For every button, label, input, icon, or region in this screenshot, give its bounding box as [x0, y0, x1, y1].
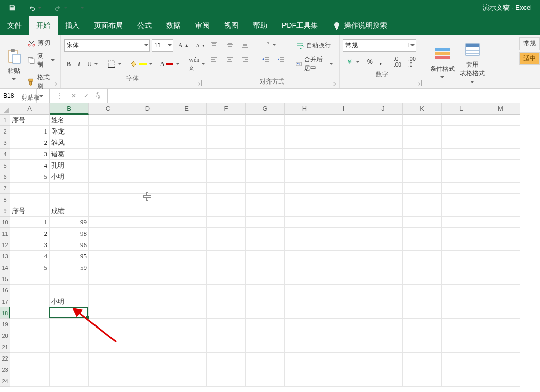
cell[interactable]: 1	[10, 126, 50, 137]
cell[interactable]	[442, 194, 481, 205]
cell[interactable]	[246, 137, 285, 149]
cell[interactable]	[285, 228, 324, 239]
cell[interactable]	[89, 273, 128, 285]
cell[interactable]	[10, 330, 50, 341]
cell[interactable]	[10, 194, 50, 205]
cell[interactable]	[50, 183, 89, 194]
fill-color-button[interactable]	[126, 58, 155, 70]
cell[interactable]: 5	[10, 171, 50, 183]
cell[interactable]	[50, 341, 89, 353]
cell[interactable]: 95	[50, 251, 89, 262]
increase-font-icon[interactable]: A▲	[176, 40, 192, 51]
cell[interactable]	[207, 285, 246, 296]
cell[interactable]	[128, 126, 167, 137]
column-header[interactable]: M	[481, 103, 520, 115]
cell[interactable]	[403, 364, 442, 375]
cell[interactable]	[481, 341, 520, 353]
row-header[interactable]: 18	[0, 307, 10, 319]
cell[interactable]	[128, 307, 167, 319]
cell[interactable]	[89, 262, 128, 273]
tab-review[interactable]: 审阅	[188, 16, 217, 35]
row-header[interactable]: 11	[0, 228, 10, 239]
cell[interactable]	[246, 171, 285, 183]
cell[interactable]: 2	[10, 137, 50, 149]
cell[interactable]	[481, 149, 520, 160]
cell[interactable]	[167, 251, 207, 262]
cell[interactable]	[324, 194, 363, 205]
column-header[interactable]: F	[207, 103, 246, 115]
cell[interactable]	[481, 183, 520, 194]
cell[interactable]	[363, 160, 403, 171]
cell[interactable]	[481, 375, 520, 387]
italic-button[interactable]: I	[75, 59, 83, 70]
cell[interactable]	[324, 353, 363, 364]
cell[interactable]	[324, 307, 363, 319]
cell[interactable]	[324, 364, 363, 375]
cell[interactable]	[128, 115, 167, 126]
cell[interactable]	[324, 228, 363, 239]
cell[interactable]	[442, 341, 481, 353]
row-header[interactable]: 8	[0, 194, 10, 205]
select-all-corner[interactable]	[0, 103, 10, 115]
tab-view[interactable]: 视图	[217, 16, 246, 35]
cell[interactable]	[128, 183, 167, 194]
cell[interactable]	[403, 217, 442, 228]
cell[interactable]	[167, 171, 207, 183]
cancel-icon[interactable]: ✕	[71, 92, 76, 100]
cell[interactable]	[89, 375, 128, 387]
cell[interactable]	[324, 319, 363, 330]
cell[interactable]	[442, 262, 481, 273]
cell[interactable]	[246, 262, 285, 273]
cell[interactable]	[403, 171, 442, 183]
cell[interactable]	[324, 273, 363, 285]
cell[interactable]: 1	[10, 217, 50, 228]
cell[interactable]	[285, 341, 324, 353]
cell[interactable]	[481, 307, 520, 319]
cell[interactable]	[128, 228, 167, 239]
underline-button[interactable]: U	[85, 59, 101, 70]
accounting-format-button[interactable]: ￥	[343, 56, 362, 68]
cell[interactable]	[128, 296, 167, 307]
cell[interactable]	[246, 126, 285, 137]
cell[interactable]	[10, 341, 50, 353]
cell[interactable]	[324, 183, 363, 194]
cell[interactable]	[285, 137, 324, 149]
cell[interactable]	[363, 228, 403, 239]
row-header[interactable]: 13	[0, 251, 10, 262]
cell[interactable]	[403, 126, 442, 137]
cell[interactable]	[89, 194, 128, 205]
enter-icon[interactable]: ✓	[84, 92, 89, 100]
cell[interactable]	[442, 239, 481, 251]
cell[interactable]	[285, 239, 324, 251]
cell[interactable]	[89, 183, 128, 194]
cell[interactable]	[167, 160, 207, 171]
cell[interactable]	[285, 171, 324, 183]
cell[interactable]: 96	[50, 239, 89, 251]
column-header[interactable]: C	[89, 103, 128, 115]
cell[interactable]	[403, 115, 442, 126]
row-header[interactable]: 4	[0, 149, 10, 160]
cell[interactable]	[128, 205, 167, 217]
cell[interactable]	[481, 251, 520, 262]
format-as-table-button[interactable]: 套用 表格格式	[457, 37, 487, 88]
cell[interactable]	[285, 307, 324, 319]
cell[interactable]	[363, 307, 403, 319]
comma-button[interactable]: ,	[377, 57, 384, 67]
cell[interactable]	[128, 149, 167, 160]
cell[interactable]	[167, 273, 207, 285]
cell[interactable]	[442, 375, 481, 387]
cell[interactable]	[207, 262, 246, 273]
cell[interactable]	[403, 194, 442, 205]
cell[interactable]: 雏凤	[50, 137, 89, 149]
border-button[interactable]	[105, 58, 124, 70]
cell[interactable]	[285, 353, 324, 364]
cell[interactable]	[442, 126, 481, 137]
cell[interactable]	[324, 251, 363, 262]
cell[interactable]	[207, 296, 246, 307]
align-left-icon[interactable]	[208, 54, 221, 65]
cell[interactable]	[50, 375, 89, 387]
cell[interactable]	[324, 137, 363, 149]
cell[interactable]	[89, 126, 128, 137]
cell[interactable]	[167, 217, 207, 228]
cell[interactable]	[442, 205, 481, 217]
